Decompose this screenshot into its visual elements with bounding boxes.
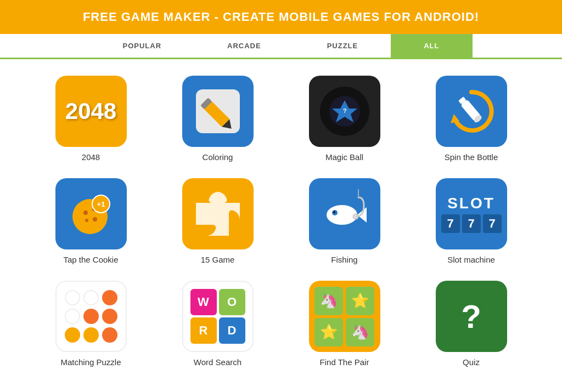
tab-popular[interactable]: POPULAR — [89, 34, 194, 58]
game-item-spinbottle[interactable]: Spin the Bottle — [413, 76, 529, 162]
dot-7 — [65, 327, 80, 343]
game-item-tapcookie[interactable]: +1 Tap the Cookie — [33, 178, 149, 264]
matching-dot-grid — [59, 285, 123, 348]
quiz-question-mark: ? — [461, 298, 481, 336]
svg-point-17 — [93, 217, 97, 221]
game-icon-tapcookie: +1 — [55, 178, 127, 249]
svg-point-16 — [85, 219, 88, 222]
game-label-wordsearch: Word Search — [194, 357, 241, 367]
tab-puzzle[interactable]: PUZZLE — [294, 34, 391, 58]
coloring-svg — [193, 87, 243, 136]
game-item-fishing[interactable]: Fishing — [286, 178, 402, 264]
game-item-2048[interactable]: 2048 2048 — [33, 76, 149, 162]
game-item-coloring[interactable]: Coloring — [160, 76, 276, 162]
game-item-slotmachine[interactable]: SLOT 7 7 7 Slot machine — [413, 178, 529, 264]
svg-point-14 — [83, 211, 88, 215]
game-label-15game: 15 Game — [201, 255, 235, 264]
slot-num-1: 7 — [441, 214, 460, 233]
spinbottle-svg — [444, 84, 499, 139]
pair-cell-1: 🦄 — [314, 287, 343, 315]
game-item-findthepair[interactable]: 🦄 ⭐ ⭐ 🦄 Find The Pair — [286, 281, 402, 367]
pair-grid: 🦄 ⭐ ⭐ 🦄 — [310, 282, 379, 351]
game-label-tapcookie: Tap the Cookie — [63, 255, 118, 264]
banner-text: FREE GAME MAKER - CREATE MOBILE GAMES FO… — [83, 10, 479, 24]
game-label-findthepair: Find The Pair — [320, 357, 369, 367]
game-icon-2048: 2048 — [55, 76, 127, 147]
game-icon-wordsearch: W O R D — [182, 281, 254, 352]
game-item-15game[interactable]: 15 Game — [160, 178, 276, 264]
dot-9 — [102, 327, 117, 343]
game-icon-fishing — [309, 178, 380, 249]
banner: FREE GAME MAKER - CREATE MOBILE GAMES FO… — [0, 0, 562, 34]
game-icon-findthepair: 🦄 ⭐ ⭐ 🦄 — [309, 281, 380, 352]
game-item-quiz[interactable]: ? Quiz — [413, 281, 529, 367]
game-label-magicball: Magic Ball — [325, 152, 363, 162]
fishing-svg — [317, 186, 372, 241]
pair-cell-2: ⭐ — [346, 287, 374, 315]
svg-point-20 — [327, 205, 357, 225]
game-item-magicball[interactable]: ? Magic Ball — [286, 76, 402, 162]
pair-cell-4: 🦄 — [346, 318, 374, 346]
magicball-svg: ? — [317, 84, 372, 139]
tapcookie-svg: +1 — [64, 186, 119, 241]
slot-num-3: 7 — [483, 214, 502, 233]
game-icon-matchingpuzzle — [55, 281, 127, 352]
games-grid: 2048 2048 Coloring — [0, 59, 562, 383]
word-cell-D: D — [219, 317, 245, 344]
game-icon-15game — [182, 178, 254, 249]
dot-8 — [83, 327, 99, 343]
game-icon-coloring — [182, 76, 254, 147]
tab-arcade[interactable]: ARCADE — [194, 34, 294, 58]
game-label-quiz: Quiz — [463, 357, 480, 367]
pair-cell-3: ⭐ — [314, 318, 343, 346]
word-grid: W O R D — [186, 285, 250, 348]
game-icon-spinbottle — [436, 76, 507, 147]
slot-text: SLOT — [447, 195, 495, 212]
word-cell-W: W — [190, 289, 217, 315]
dot-4 — [65, 309, 80, 324]
svg-text:+1: +1 — [97, 200, 105, 208]
slot-numbers: 7 7 7 — [441, 214, 502, 233]
2048-text: 2048 — [65, 98, 116, 124]
dot-5 — [83, 309, 99, 324]
dot-3 — [102, 290, 117, 305]
word-cell-O: O — [219, 289, 245, 315]
dot-2 — [83, 290, 99, 305]
tab-all[interactable]: ALL — [391, 34, 472, 58]
game-label-coloring: Coloring — [203, 152, 233, 162]
game-label-slotmachine: Slot machine — [447, 255, 495, 264]
game-label-spinbottle: Spin the Bottle — [445, 152, 498, 162]
game-item-wordsearch[interactable]: W O R D Word Search — [160, 281, 276, 367]
game-icon-slotmachine: SLOT 7 7 7 — [436, 178, 507, 249]
game-label-matchingpuzzle: Matching Puzzle — [60, 357, 121, 367]
game-icon-quiz: ? — [436, 281, 507, 352]
dot-1 — [65, 290, 80, 305]
word-cell-R: R — [190, 317, 217, 344]
game-label-fishing: Fishing — [331, 255, 357, 264]
dot-6 — [102, 309, 117, 324]
svg-point-23 — [333, 211, 335, 213]
nav-tabs: POPULAR ARCADE PUZZLE ALL — [0, 34, 562, 59]
game-icon-magicball: ? — [309, 76, 380, 147]
slot-num-2: 7 — [462, 214, 481, 233]
svg-text:?: ? — [342, 107, 346, 114]
game-item-matchingpuzzle[interactable]: Matching Puzzle — [33, 281, 149, 367]
15game-svg — [190, 186, 245, 241]
game-label-2048: 2048 — [82, 152, 100, 162]
